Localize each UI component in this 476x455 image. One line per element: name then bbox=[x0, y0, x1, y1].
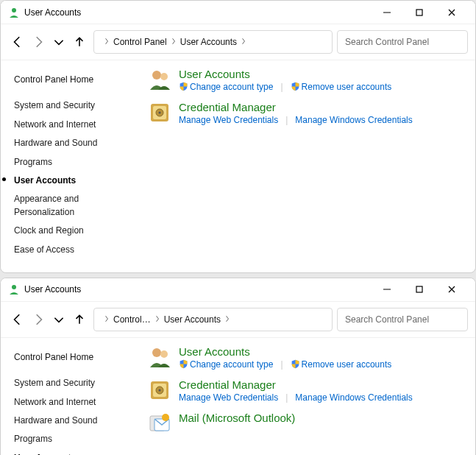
app-icon bbox=[8, 283, 20, 295]
nav-forward-button[interactable] bbox=[32, 35, 45, 49]
sidebar-item[interactable]: Clock and Region bbox=[10, 222, 127, 240]
task-link[interactable]: Manage Web Credentials bbox=[179, 115, 278, 125]
sidebar-item[interactable]: User Accounts bbox=[10, 172, 127, 190]
category-title[interactable]: Mail (Microsoft Outlook) bbox=[179, 412, 466, 424]
sidebar-item[interactable]: Ease of Access bbox=[10, 241, 127, 259]
task-link[interactable]: Remove user accounts bbox=[291, 82, 392, 92]
toolbar: Control…User Accounts bbox=[1, 302, 475, 338]
chevron-down-icon bbox=[52, 313, 65, 326]
separator: | bbox=[283, 115, 291, 125]
toolbar: Control PanelUser Accounts bbox=[1, 24, 475, 60]
svg-point-10 bbox=[12, 285, 16, 289]
safe-icon bbox=[148, 101, 171, 124]
task-link[interactable]: Manage Windows Credentials bbox=[295, 392, 412, 403]
svg-point-4 bbox=[152, 71, 161, 80]
sidebar: Control Panel HomeSystem and SecurityNet… bbox=[10, 68, 127, 259]
category-group: Mail (Microsoft Outlook) bbox=[148, 412, 466, 435]
app-icon bbox=[8, 7, 20, 18]
maximize-button[interactable] bbox=[403, 279, 436, 300]
sidebar-item[interactable]: Hardware and Sound bbox=[10, 412, 127, 430]
category-title[interactable]: User Accounts bbox=[179, 345, 466, 358]
svg-rect-11 bbox=[416, 286, 422, 292]
search-input[interactable] bbox=[345, 314, 460, 325]
task-link-label: Remove user accounts bbox=[302, 82, 392, 92]
sidebar-item[interactable]: System and Security bbox=[10, 96, 127, 115]
safe-icon bbox=[148, 378, 171, 402]
up-arrow-icon bbox=[73, 313, 86, 326]
shield-icon bbox=[179, 82, 190, 92]
chevron-right-icon bbox=[104, 37, 109, 47]
nav-up-button[interactable] bbox=[73, 313, 86, 326]
maximize-button[interactable] bbox=[403, 2, 436, 23]
svg-point-15 bbox=[160, 350, 168, 358]
search-input[interactable] bbox=[345, 37, 460, 47]
breadcrumb[interactable]: Control Panel bbox=[113, 37, 167, 47]
chevron-right-icon bbox=[241, 37, 246, 47]
task-link[interactable]: Change account type bbox=[179, 359, 273, 370]
task-link-label: Manage Windows Credentials bbox=[295, 115, 412, 125]
back-arrow-icon bbox=[11, 313, 24, 326]
sidebar-item[interactable]: Network and Internet bbox=[10, 116, 127, 134]
breadcrumb[interactable]: User Accounts bbox=[180, 37, 237, 47]
sidebar-item[interactable]: Network and Internet bbox=[10, 393, 127, 412]
category-group: User AccountsChange account type|Remove … bbox=[148, 345, 466, 370]
nav-up-button[interactable] bbox=[73, 35, 86, 49]
task-link[interactable]: Change account type bbox=[179, 82, 273, 92]
category-title[interactable]: User Accounts bbox=[179, 68, 466, 80]
titlebar: User Accounts bbox=[1, 278, 475, 302]
people-icon bbox=[148, 68, 171, 91]
forward-arrow-icon bbox=[32, 35, 45, 49]
nav-back-button[interactable] bbox=[11, 35, 24, 49]
category-title[interactable]: Credential Manager bbox=[179, 378, 466, 391]
nav-back-button[interactable] bbox=[11, 313, 24, 326]
separator: | bbox=[277, 359, 285, 370]
sidebar-item[interactable]: System and Security bbox=[10, 374, 127, 392]
sidebar-home[interactable]: Control Panel Home bbox=[10, 71, 127, 89]
sidebar-item[interactable]: Programs bbox=[10, 430, 127, 448]
sidebar-item[interactable]: Programs bbox=[10, 153, 127, 172]
minimize-button[interactable] bbox=[371, 279, 403, 300]
nav-recent-button[interactable] bbox=[52, 313, 65, 326]
sidebar-item[interactable]: Appearance and Personalization bbox=[10, 190, 127, 222]
breadcrumb[interactable]: User Accounts bbox=[164, 314, 221, 325]
category-group: Credential ManagerManage Web Credentials… bbox=[148, 101, 466, 125]
sidebar-item[interactable]: Hardware and Sound bbox=[10, 134, 127, 152]
svg-point-0 bbox=[12, 8, 16, 13]
close-button[interactable] bbox=[436, 279, 468, 300]
shield-icon bbox=[291, 82, 302, 92]
up-arrow-icon bbox=[73, 35, 86, 49]
nav-forward-button[interactable] bbox=[32, 313, 45, 326]
task-link-label: Remove user accounts bbox=[302, 359, 392, 370]
chevron-right-icon bbox=[225, 314, 230, 325]
task-link-label: Manage Web Credentials bbox=[179, 392, 278, 403]
sidebar-home[interactable]: Control Panel Home bbox=[10, 348, 127, 367]
content-area: User AccountsChange account type|Remove … bbox=[127, 345, 466, 455]
svg-point-22 bbox=[162, 414, 169, 421]
window: User Accounts Control…User Accounts Cont… bbox=[0, 278, 476, 455]
task-link[interactable]: Remove user accounts bbox=[291, 359, 392, 370]
address-bar[interactable]: Control…User Accounts bbox=[93, 308, 333, 331]
search-box[interactable] bbox=[337, 30, 468, 54]
minimize-button[interactable] bbox=[371, 2, 403, 23]
search-box[interactable] bbox=[337, 308, 468, 331]
window-title: User Accounts bbox=[24, 284, 81, 294]
address-bar[interactable]: Control PanelUser Accounts bbox=[93, 30, 333, 54]
titlebar: User Accounts bbox=[1, 1, 475, 24]
task-link-label: Manage Web Credentials bbox=[179, 115, 278, 125]
window-title: User Accounts bbox=[24, 7, 81, 18]
sidebar-item[interactable]: User Accounts bbox=[10, 449, 127, 455]
close-button[interactable] bbox=[436, 2, 468, 23]
mail-icon bbox=[148, 412, 171, 435]
category-group: User AccountsChange account type|Remove … bbox=[148, 68, 466, 92]
breadcrumb[interactable]: Control… bbox=[113, 314, 151, 325]
task-link[interactable]: Manage Windows Credentials bbox=[295, 115, 412, 125]
svg-point-19 bbox=[159, 389, 161, 391]
task-link-label: Change account type bbox=[190, 359, 273, 370]
task-link[interactable]: Manage Web Credentials bbox=[179, 392, 278, 403]
chevron-right-icon bbox=[155, 314, 160, 325]
task-link-label: Change account type bbox=[190, 82, 273, 92]
nav-recent-button[interactable] bbox=[52, 35, 65, 49]
svg-point-5 bbox=[160, 73, 168, 80]
forward-arrow-icon bbox=[32, 313, 45, 326]
category-title[interactable]: Credential Manager bbox=[179, 101, 466, 113]
